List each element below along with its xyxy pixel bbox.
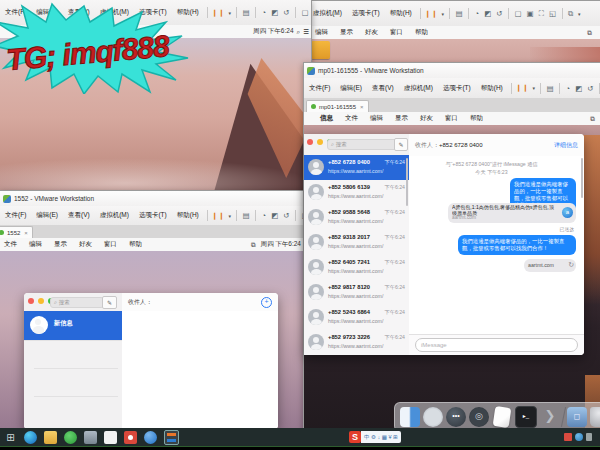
menu-file[interactable]: 文件(F) xyxy=(304,84,335,93)
disk-image-icon[interactable]: ◻ xyxy=(567,407,587,427)
menu-edit[interactable]: 编辑(E) xyxy=(31,211,63,220)
settings-icon[interactable]: ◎ xyxy=(469,407,489,427)
details-link[interactable]: 详细信息 xyxy=(554,141,578,150)
menu-help[interactable]: 帮助(H) xyxy=(172,211,204,220)
edge-browser-icon[interactable] xyxy=(24,431,37,444)
tray-blue-icon[interactable] xyxy=(575,433,583,441)
mac-menu-app[interactable]: 信息 xyxy=(314,114,339,123)
mac-menu-buddies[interactable]: 好友 xyxy=(359,28,384,37)
downloads-stack-icon[interactable]: ❯ xyxy=(540,407,560,427)
window-titlebar[interactable]: 1552 - VMware Workstation xyxy=(0,191,311,206)
snapshot-icon[interactable]: ◔ xyxy=(259,211,269,220)
sogou-logo-icon[interactable]: S xyxy=(349,431,361,443)
conversation-item-selected[interactable]: 新信息 xyxy=(24,311,122,341)
mac-menu-view[interactable]: 显示 xyxy=(48,240,73,249)
start-button[interactable]: ⊞ xyxy=(4,431,17,444)
menu-tabs[interactable]: 选项卡(T) xyxy=(134,211,172,220)
conversation-item[interactable]: +852 9723 3226 下午6:24 https://www.aartmt… xyxy=(304,330,409,355)
blue-app-icon[interactable] xyxy=(144,431,157,444)
terminal-icon[interactable]: ▸_ xyxy=(515,406,537,428)
grab-input-icon[interactable]: ▤ xyxy=(240,211,252,220)
menu-help[interactable]: 帮助(H) xyxy=(385,9,417,18)
snapshot-icon[interactable]: ◔ xyxy=(259,8,269,17)
mac-menu-buddies[interactable]: 好友 xyxy=(414,114,439,123)
menu-vm[interactable]: 虚拟机(M) xyxy=(95,211,134,220)
gray-app-icon[interactable] xyxy=(84,431,97,444)
compose-button[interactable]: ✎ xyxy=(102,296,117,309)
apple-app-icon[interactable] xyxy=(104,431,117,444)
mac-menu-help[interactable]: 帮助 xyxy=(464,114,489,123)
menu-tabs[interactable]: 选项卡(T) xyxy=(347,9,385,18)
conversation-item[interactable]: +852 5243 6864 下午6:24 https://www.aartmt… xyxy=(304,305,409,331)
snapshot-camera-icon[interactable]: ◩ xyxy=(573,84,585,93)
menu-edit[interactable]: 编辑(E) xyxy=(335,84,367,93)
screen-share-icon[interactable]: ⧉ xyxy=(251,241,261,249)
notification-center-icon[interactable]: ☰ xyxy=(303,28,309,36)
snapshot-revert-icon[interactable]: ↺ xyxy=(281,8,292,17)
desktop-folder-icon[interactable] xyxy=(311,41,330,59)
conversation-item[interactable]: +852 6405 7241 下午6:24 https://www.aartmt… xyxy=(304,255,409,281)
sogou-toolbar[interactable]: 中 ⚙ ↓ ▦ ¥ ⊞ xyxy=(361,431,401,443)
mac-menu-help[interactable]: 帮助 xyxy=(409,28,434,37)
menu-view[interactable]: 查看(V) xyxy=(367,84,399,93)
snapshot-revert-icon[interactable]: ↺ xyxy=(281,211,292,220)
pause-dropdown-icon[interactable]: ▾ xyxy=(226,213,233,219)
launchpad-icon[interactable] xyxy=(423,407,443,427)
chat-scrollbar[interactable] xyxy=(581,158,583,198)
minimize-button[interactable] xyxy=(38,298,44,304)
snapshot-icon[interactable]: ◔ xyxy=(472,9,482,18)
mac-menu-window[interactable]: 窗口 xyxy=(439,114,464,123)
pause-icon[interactable]: ❙❙ xyxy=(515,84,531,92)
mac-menu-edit[interactable]: 编辑 xyxy=(364,114,389,123)
close-button[interactable] xyxy=(28,298,34,304)
unity-view-icon[interactable]: ▣ xyxy=(524,9,536,18)
snapshot-revert-icon[interactable]: ↺ xyxy=(585,84,596,93)
tray-red-icon[interactable] xyxy=(564,433,572,441)
snapshot-camera-icon[interactable]: ◩ xyxy=(482,9,494,18)
menu-view[interactable]: 查看(V) xyxy=(63,211,95,220)
library-panel-icon[interactable]: ◱ xyxy=(546,9,558,18)
mac-menu-file[interactable]: 文件 xyxy=(339,114,364,123)
to-value[interactable]: +852 6728 0400 xyxy=(439,142,483,148)
sogou-input-bar[interactable]: S 中 ⚙ ↓ ▦ ¥ ⊞ xyxy=(349,431,401,443)
fit-dropdown-icon[interactable]: ▾ xyxy=(576,11,583,17)
finder-icon[interactable] xyxy=(400,407,420,427)
screen-share-icon[interactable]: ⧉ xyxy=(590,115,595,123)
vm-tab[interactable]: mp01-161555 × xyxy=(306,100,369,112)
message-input[interactable]: iMessage xyxy=(415,338,578,352)
pause-icon[interactable]: ❙❙ xyxy=(424,10,440,18)
mac-menu-view[interactable]: 显示 xyxy=(334,28,359,37)
menu-vm[interactable]: 虚拟机(M) xyxy=(308,9,347,18)
conversation-item[interactable]: +852 9817 8120 下午6:24 https://www.aartmt… xyxy=(304,280,409,306)
menu-help[interactable]: 帮助(H) xyxy=(476,84,508,93)
conversation-item[interactable]: +852 6728 0400 下午6:24 https://www.aartmt… xyxy=(304,155,409,181)
trash-icon[interactable] xyxy=(590,407,600,427)
mac-menu-window[interactable]: 窗口 xyxy=(98,240,123,249)
window-titlebar[interactable]: mp01-161555 - VMware Workstation xyxy=(304,63,600,78)
tab-close-icon[interactable]: × xyxy=(24,230,28,236)
menu-file[interactable]: 文件(F) xyxy=(0,211,31,220)
mac-menu-window[interactable]: 窗口 xyxy=(384,28,409,37)
tab-close-icon[interactable]: × xyxy=(360,104,364,110)
mac-menu-view[interactable]: 显示 xyxy=(389,114,414,123)
compose-button[interactable]: ✎ xyxy=(394,138,408,151)
mac-menu-help[interactable]: 帮助 xyxy=(123,240,148,249)
mac-menu-file[interactable]: 文件 xyxy=(0,240,23,249)
snapshot-icon[interactable]: ◔ xyxy=(563,84,573,93)
screen-share-icon[interactable]: ⧉ xyxy=(587,29,592,37)
tray-gray-icon[interactable] xyxy=(586,433,592,441)
conversation-item[interactable]: +852 5806 6139 下午6:24 https://www.aartmt… xyxy=(304,180,409,206)
search-input[interactable]: ⌕ 搜索 xyxy=(327,139,397,150)
conversation-item[interactable]: +852 9588 5648 下午6:24 https://www.aartmt… xyxy=(304,205,409,231)
pending-link-bubble[interactable]: aartmt.com ↻ xyxy=(524,259,576,272)
conversation-item[interactable]: +852 9318 2017 下午6:24 https://www.aartmt… xyxy=(304,230,409,256)
spotlight-search-icon[interactable]: ⌕ xyxy=(294,28,304,36)
minimize-button[interactable] xyxy=(317,139,323,145)
search-input[interactable]: ⌕ 搜索 xyxy=(50,297,104,308)
console-view-icon[interactable]: ▢ xyxy=(512,9,524,18)
grab-input-icon[interactable]: ▤ xyxy=(240,8,252,17)
notes-icon[interactable] xyxy=(493,406,512,428)
console-view-icon[interactable]: ▢ xyxy=(299,8,311,17)
grab-input-icon[interactable]: ▤ xyxy=(544,84,556,93)
close-button[interactable] xyxy=(307,139,313,145)
